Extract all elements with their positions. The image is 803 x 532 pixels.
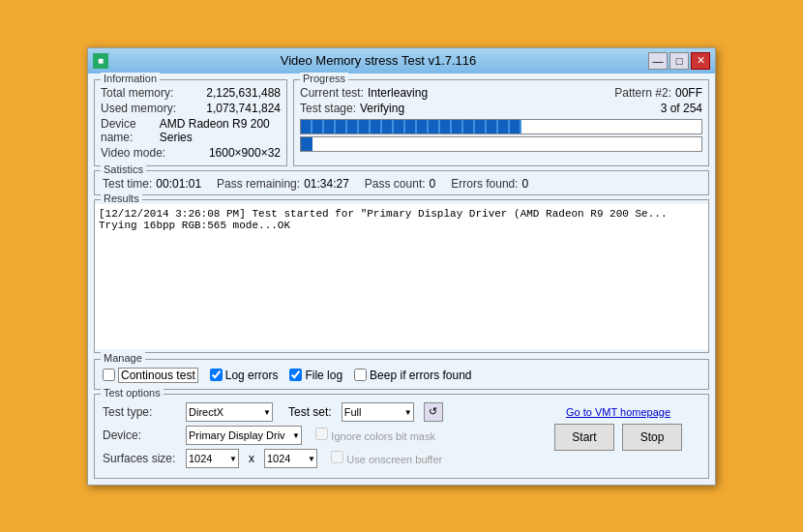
ignore-colors-checkbox[interactable]	[315, 428, 328, 440]
ignore-colors-label: Ignore colors bit mask	[331, 430, 435, 442]
total-memory-value: 2,125,631,488	[206, 86, 281, 100]
test-stage-label: Test stage:	[300, 102, 356, 115]
use-onscreen-item: Use onscreen buffer	[331, 451, 442, 466]
pass-remaining-value: 01:34:27	[304, 177, 349, 191]
continuous-test-item: Continous test	[103, 368, 198, 383]
log-errors-label: Log errors	[225, 369, 279, 382]
progress-bar-fill-1	[301, 120, 521, 133]
device-name-label: Device name:	[101, 117, 160, 144]
pass-remaining-label: Pass remaining:	[217, 177, 300, 191]
test-type-select[interactable]: DirectX OpenGL	[186, 402, 273, 422]
errors-found-value: 0	[522, 177, 529, 191]
test-set-select[interactable]: Full Quick Custom	[342, 402, 414, 422]
pass-count-label: Pass count:	[365, 177, 426, 191]
close-button[interactable]: ✕	[691, 52, 710, 70]
test-time-value: 00:01:01	[156, 177, 201, 191]
total-memory-label: Total memory:	[101, 86, 173, 100]
continuous-test-label: Continous test	[118, 368, 198, 383]
results-textarea[interactable]	[95, 204, 708, 349]
window-controls: — □ ✕	[648, 52, 710, 70]
stop-button[interactable]: Stop	[622, 424, 682, 451]
start-button[interactable]: Start	[554, 424, 614, 451]
device-name-row: Device name: AMD Radeon R9 200 Series	[101, 117, 281, 144]
log-errors-item: Log errors	[210, 369, 279, 382]
options-right: Go to VMT homepage Start Stop	[536, 402, 700, 472]
progress-bar-2	[300, 136, 702, 152]
test-time-label: Test time:	[103, 177, 152, 191]
progress-bar-1	[300, 119, 702, 134]
stats-row: Test time: 00:01:01 Pass remaining: 01:3…	[103, 177, 700, 191]
progress-panel: Progress Current test: Interleaving Patt…	[293, 79, 709, 166]
results-panel: Results	[94, 199, 709, 353]
refresh-button[interactable]: ↺	[424, 402, 443, 422]
pass-count-item: Pass count: 0	[365, 177, 435, 191]
file-log-label: File log	[305, 369, 342, 382]
minimize-button[interactable]: —	[648, 52, 668, 70]
video-mode-label: Video mode:	[101, 146, 165, 160]
surfaces-w-wrapper: 1024 512 256 ▼	[186, 449, 239, 468]
manage-panel-title: Manage	[101, 352, 145, 364]
pass-remaining-item: Pass remaining: 01:34:27	[217, 177, 349, 191]
total-memory-row: Total memory: 2,125,631,488	[101, 86, 281, 100]
stage-count: 3 of 254	[661, 102, 702, 115]
current-test-label: Current test:	[300, 86, 364, 100]
device-name-value: AMD Radeon R9 200 Series	[160, 117, 281, 144]
progress-panel-title: Progress	[300, 73, 348, 84]
info-panel-title: Information	[101, 73, 160, 84]
options-content: Test type: DirectX OpenGL ▼ Test set: Fu…	[103, 402, 700, 472]
main-window: ■ Video Memory stress Test v1.7.116 — □ …	[87, 47, 716, 486]
test-stage-value: Verifying	[360, 102, 404, 115]
bottom-buttons: Start Stop	[554, 424, 682, 451]
ignore-colors-item: Ignore colors bit mask	[315, 428, 435, 443]
surfaces-width-select[interactable]: 1024 512 256	[186, 449, 239, 468]
log-errors-checkbox[interactable]	[210, 369, 223, 381]
video-mode-row: Video mode: 1600×900×32	[101, 146, 281, 160]
errors-found-item: Errors found: 0	[451, 177, 528, 191]
test-options-title: Test options	[101, 387, 164, 399]
app-icon: ■	[93, 53, 108, 69]
options-left: Test type: DirectX OpenGL ▼ Test set: Fu…	[103, 402, 526, 472]
title-bar: ■ Video Memory stress Test v1.7.116 — □ …	[88, 48, 715, 74]
information-panel: Information Total memory: 2,125,631,488 …	[94, 79, 287, 166]
use-onscreen-label: Use onscreen buffer	[346, 454, 442, 465]
vmt-homepage-link[interactable]: Go to VMT homepage	[566, 406, 670, 418]
stats-panel-title: Satistics	[101, 163, 146, 175]
use-onscreen-checkbox[interactable]	[331, 451, 343, 463]
pattern-value: 00FF	[675, 86, 702, 100]
pattern-label: Pattern #2:	[614, 86, 671, 100]
file-log-item: File log	[289, 369, 342, 382]
surfaces-size-row: Surfaces size: 1024 512 256 ▼ x	[103, 449, 526, 468]
device-row: Device: Primary Display Drive... ▼ Ignor…	[103, 426, 526, 445]
surfaces-h-wrapper: 1024 512 256 ▼	[264, 449, 317, 468]
test-set-wrapper: Full Quick Custom ▼	[338, 402, 414, 422]
test-options-panel: Test options Test type: DirectX OpenGL ▼	[94, 394, 709, 479]
progress-bar-fill-2	[301, 137, 312, 151]
test-set-label: Test set:	[288, 405, 332, 419]
beep-checkbox[interactable]	[354, 369, 367, 381]
statistics-panel: Satistics Test time: 00:01:01 Pass remai…	[94, 170, 709, 195]
window-title: Video Memory stress Test v1.7.116	[108, 53, 648, 68]
test-type-label: Test type:	[103, 405, 180, 419]
pass-count-value: 0	[430, 177, 436, 191]
refresh-icon: ↺	[429, 405, 437, 418]
surfaces-height-select[interactable]: 1024 512 256	[264, 449, 317, 468]
manage-row: Continous test Log errors File log Beep …	[103, 368, 700, 383]
device-label: Device:	[103, 429, 180, 442]
maximize-button[interactable]: □	[669, 52, 689, 70]
test-type-row: Test type: DirectX OpenGL ▼ Test set: Fu…	[103, 402, 526, 422]
top-panels: Information Total memory: 2,125,631,488 …	[94, 79, 709, 166]
file-log-checkbox[interactable]	[289, 369, 302, 381]
device-select[interactable]: Primary Display Drive...	[186, 426, 302, 445]
video-mode-value: 1600×900×32	[209, 146, 281, 160]
manage-panel: Manage Continous test Log errors File lo…	[94, 359, 709, 390]
window-body: Information Total memory: 2,125,631,488 …	[88, 74, 715, 485]
used-memory-label: Used memory:	[101, 102, 176, 115]
continuous-test-checkbox[interactable]	[103, 369, 115, 381]
beep-label: Beep if errors found	[370, 369, 471, 382]
test-type-wrapper: DirectX OpenGL ▼	[186, 402, 273, 422]
used-memory-value: 1,073,741,824	[206, 102, 281, 115]
device-wrapper: Primary Display Drive... ▼	[186, 426, 302, 445]
beep-item: Beep if errors found	[354, 369, 471, 382]
used-memory-row: Used memory: 1,073,741,824	[101, 102, 281, 115]
results-panel-title: Results	[101, 192, 142, 204]
